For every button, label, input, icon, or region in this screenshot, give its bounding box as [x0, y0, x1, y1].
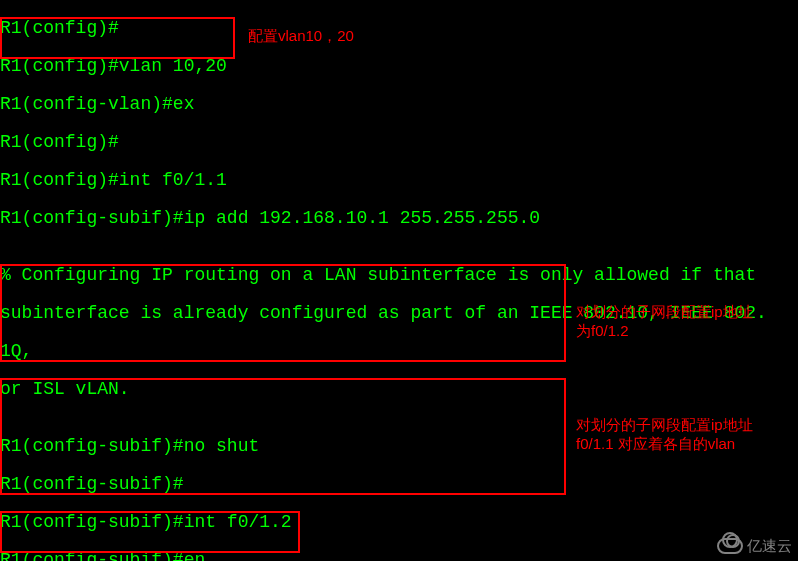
annotation-text: 为f0/1.2	[576, 321, 786, 340]
cloud-icon	[717, 538, 743, 554]
annotation-f012: 对划分的子网段配置ip地址 为f0/1.2	[576, 302, 786, 340]
watermark-text: 亿速云	[747, 536, 792, 555]
terminal-line: R1(config-subif)#ip add 192.168.10.1 255…	[0, 209, 798, 228]
terminal-line: R1(config-subif)#	[0, 475, 798, 494]
annotation-vlan: 配置vlan10，20	[248, 26, 354, 45]
terminal-line: R1(config)#	[0, 133, 798, 152]
watermark: 亿速云	[717, 536, 792, 555]
terminal-line: or ISL vLAN.	[0, 380, 798, 399]
terminal-line: R1(config-vlan)#ex	[0, 95, 798, 114]
terminal-line: 1Q,	[0, 342, 798, 361]
terminal-line: R1(config)#vlan 10,20	[0, 57, 798, 76]
annotation-f011: 对划分的子网段配置ip地址 f0/1.1 对应着各自的vlan	[576, 415, 796, 453]
terminal-line: R1(config)#	[0, 19, 798, 38]
terminal-line: R1(config-subif)#int f0/1.2	[0, 513, 798, 532]
annotation-text: 对划分的子网段配置ip地址	[576, 415, 796, 434]
terminal-output[interactable]: R1(config)# R1(config)#vlan 10,20 R1(con…	[0, 0, 798, 561]
terminal-line: R1(config-subif)#en	[0, 551, 798, 561]
annotation-text: f0/1.1 对应着各自的vlan	[576, 434, 796, 453]
terminal-line: % Configuring IP routing on a LAN subint…	[0, 266, 798, 285]
annotation-text: 对划分的子网段配置ip地址	[576, 302, 786, 321]
terminal-line: R1(config)#int f0/1.1	[0, 171, 798, 190]
